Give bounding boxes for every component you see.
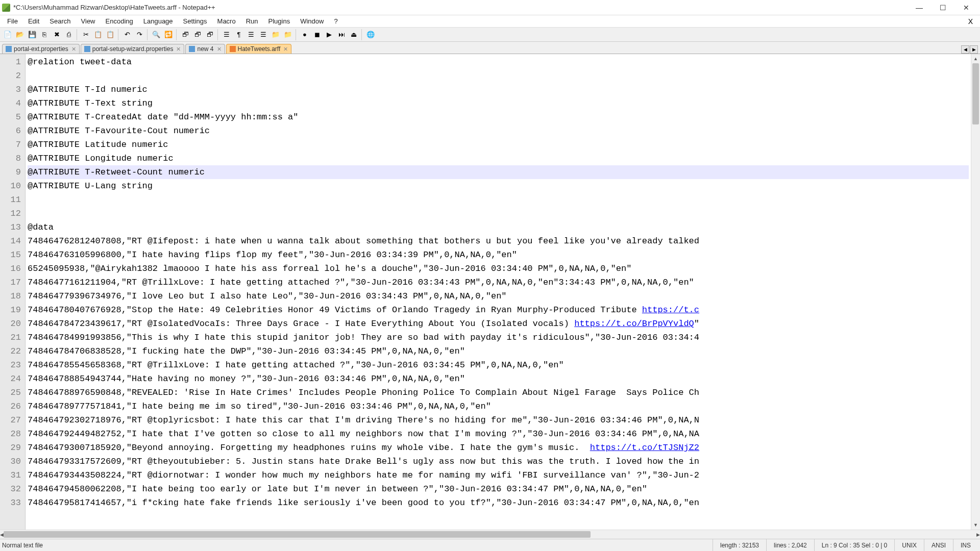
- toolbar-button-5[interactable]: ⎙: [63, 29, 75, 40]
- code-line[interactable]: 748464784991993856,"This is why I hate t…: [28, 331, 969, 344]
- toolbar-button-29[interactable]: ◼: [311, 29, 323, 40]
- scroll-left-icon[interactable]: ◀: [0, 530, 4, 539]
- tab-3[interactable]: HateTweets.arff✕: [226, 44, 292, 54]
- toolbar-button-34[interactable]: 🌐: [365, 29, 376, 40]
- code-line[interactable]: @ATTRIBUTE Latitude numeric: [28, 138, 969, 152]
- file-icon: [189, 46, 195, 52]
- toolbar-button-15[interactable]: 🔁: [163, 29, 174, 40]
- menu-file[interactable]: File: [2, 16, 23, 26]
- code-line[interactable]: @ATTRIBUTE U-Lang string: [28, 179, 969, 193]
- code-line[interactable]: 748464788976590848,"REVEALED: 'Rise In H…: [28, 386, 969, 399]
- menu-view[interactable]: View: [76, 16, 101, 26]
- code-line[interactable]: 748464780407676928,"Stop the Hate: 49 Ce…: [28, 303, 969, 317]
- maximize-button[interactable]: ☐: [931, 0, 954, 15]
- toolbar-button-3[interactable]: ⎘: [39, 29, 50, 40]
- code-line[interactable]: 65245095938,"@Airykah1382 lmaoooo I hate…: [28, 262, 969, 276]
- toolbar-button-26[interactable]: 📁: [282, 29, 293, 40]
- code-line[interactable]: 748464785545658368,"RT @TrillxLove: I ha…: [28, 358, 969, 372]
- scroll-thumb-vertical[interactable]: [972, 63, 979, 124]
- scroll-thumb-horizontal[interactable]: [4, 531, 591, 538]
- code-line[interactable]: @ATTRIBUTE T-Id numeric: [28, 83, 969, 96]
- close-button[interactable]: ✕: [954, 0, 978, 15]
- code-line[interactable]: 748464788854943744,"Hate having no money…: [28, 372, 969, 386]
- tab-next-button[interactable]: ▶: [970, 45, 978, 54]
- toolbar-button-9[interactable]: 📋: [105, 29, 116, 40]
- toolbar-button-11[interactable]: ↶: [121, 29, 133, 40]
- toolbar-button-19[interactable]: 🗗: [204, 29, 215, 40]
- toolbar-button-31[interactable]: ⏭: [336, 29, 347, 40]
- toolbar-button-17[interactable]: 🗗: [180, 29, 191, 40]
- code-line[interactable]: [28, 193, 969, 207]
- code-line[interactable]: @data: [28, 220, 969, 234]
- code-line[interactable]: 748464792302718976,"RT @toplyricsbot: I …: [28, 413, 969, 427]
- toolbar-button-7[interactable]: ✂: [80, 29, 91, 40]
- code-line[interactable]: @ATTRIBUTE Longitude numeric: [28, 152, 969, 165]
- toolbar-button-30[interactable]: ▶: [324, 29, 335, 40]
- line-number-gutter: 1234567891011121314151617181920212223242…: [0, 54, 26, 530]
- toolbar-button-2[interactable]: 💾: [27, 29, 38, 40]
- minimize-button[interactable]: —: [908, 0, 931, 15]
- scroll-up-icon[interactable]: ▲: [971, 54, 980, 63]
- menu-run[interactable]: Run: [241, 16, 263, 26]
- tab-close-icon[interactable]: ✕: [71, 46, 76, 53]
- toolbar-button-18[interactable]: 🗗: [192, 29, 203, 40]
- tab-close-icon[interactable]: ✕: [283, 46, 288, 53]
- code-line[interactable]: 748464763105996800,"I hate having flips …: [28, 248, 969, 262]
- toolbar-button-22[interactable]: ¶: [233, 29, 244, 40]
- toolbar-button-14[interactable]: 🔍: [151, 29, 162, 40]
- horizontal-scrollbar[interactable]: ◀ ▶: [0, 530, 980, 539]
- menu-plugins[interactable]: Plugins: [263, 16, 296, 26]
- menu-close-doc[interactable]: X: [963, 17, 978, 26]
- code-line[interactable]: 748464793007185920,"Beyond annoying. For…: [28, 441, 969, 455]
- code-line[interactable]: 748464793317572609,"RT @theyoutubieber: …: [28, 455, 969, 468]
- toolbar-button-12[interactable]: ↷: [134, 29, 145, 40]
- code-line[interactable]: 748464789777571841,"I hate being me im s…: [28, 399, 969, 413]
- code-line[interactable]: 748464784706838528,"I fucking hate the D…: [28, 344, 969, 358]
- toolbar-button-24[interactable]: ☰: [258, 29, 269, 40]
- toolbar-button-28[interactable]: ●: [299, 29, 310, 40]
- code-line[interactable]: [28, 207, 969, 220]
- toolbar: 📄📂💾⎘✖⎙✂📋📋↶↷🔍🔁🗗🗗🗗☰¶☰☰📁📁●◼▶⏭⏏🌐: [0, 28, 980, 42]
- scroll-right-icon[interactable]: ▶: [976, 530, 980, 539]
- code-line[interactable]: 74846477161211904,"RT @TrillxLove: I hat…: [28, 276, 969, 289]
- toolbar-button-25[interactable]: 📁: [270, 29, 281, 40]
- toolbar-button-32[interactable]: ⏏: [348, 29, 359, 40]
- code-line[interactable]: 748464793443508224,"RT @diornotwar: I wo…: [28, 468, 969, 482]
- menu-macro[interactable]: Macro: [212, 16, 241, 26]
- code-line[interactable]: @ATTRIBUTE T-CreatedAt date "dd-MMM-yyyy…: [28, 110, 969, 124]
- scroll-down-icon[interactable]: ▼: [971, 520, 980, 530]
- code-line[interactable]: @ATTRIBUTE T-Text string: [28, 96, 969, 110]
- toolbar-button-8[interactable]: 📋: [92, 29, 104, 40]
- code-line[interactable]: @ATTRIBUTE T-Favourite-Cout numeric: [28, 124, 969, 138]
- code-line[interactable]: 748464794580062208,"I hate being too ear…: [28, 482, 969, 496]
- tab-2[interactable]: new 4✕: [185, 44, 225, 54]
- toolbar-button-0[interactable]: 📄: [2, 29, 13, 40]
- code-line[interactable]: @relation tweet-data: [28, 55, 969, 69]
- menu-window[interactable]: Window: [295, 16, 329, 26]
- tab-nav: ◀ ▶: [961, 45, 978, 54]
- code-line[interactable]: 748464795817414657,"i f*cking hate fake …: [28, 496, 969, 510]
- tab-prev-button[interactable]: ◀: [961, 45, 969, 54]
- code-line[interactable]: 748464784723439617,"RT @IsolatedVocaIs: …: [28, 317, 969, 331]
- code-line[interactable]: @ATTRIBUTE T-Retweet-Count numeric: [28, 165, 969, 179]
- tab-0[interactable]: portal-ext.properties✕: [2, 44, 80, 54]
- menu-help[interactable]: ?: [329, 16, 342, 26]
- menu-search[interactable]: Search: [44, 16, 76, 26]
- tab-1[interactable]: portal-setup-wizard.properties✕: [81, 44, 185, 54]
- menu-language[interactable]: Language: [138, 16, 178, 26]
- menu-settings[interactable]: Settings: [178, 16, 212, 26]
- menu-edit[interactable]: Edit: [23, 16, 44, 26]
- code-line[interactable]: [28, 69, 969, 83]
- menu-encoding[interactable]: Encoding: [101, 16, 138, 26]
- code-line[interactable]: 748464792449482752,"I hate that I've got…: [28, 427, 969, 441]
- code-line[interactable]: 748464762812407808,"RT @Iifepost: i hate…: [28, 234, 969, 248]
- toolbar-button-4[interactable]: ✖: [51, 29, 62, 40]
- tab-close-icon[interactable]: ✕: [176, 46, 181, 53]
- vertical-scrollbar[interactable]: ▲ ▼: [971, 54, 980, 530]
- tab-close-icon[interactable]: ✕: [217, 46, 222, 53]
- code-line[interactable]: 748464779396734976,"I love Leo but I als…: [28, 289, 969, 303]
- toolbar-button-1[interactable]: 📂: [14, 29, 26, 40]
- toolbar-button-21[interactable]: ☰: [221, 29, 232, 40]
- toolbar-button-23[interactable]: ☰: [246, 29, 257, 40]
- code-content[interactable]: @relation tweet-data@ATTRIBUTE T-Id nume…: [26, 54, 971, 530]
